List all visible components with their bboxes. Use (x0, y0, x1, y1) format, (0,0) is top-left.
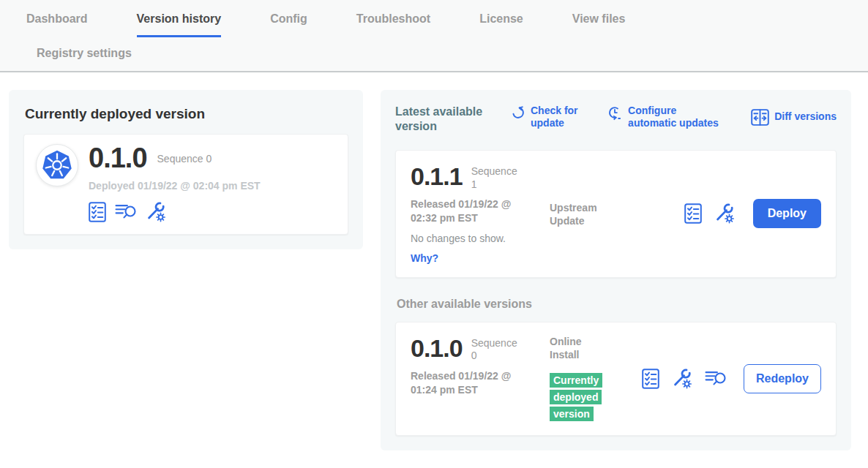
deployed-version-card: 0.1.0 Sequence 0 Deployed 01/19/22 @ 02:… (23, 134, 348, 235)
latest-version-info: 0.1.1 Sequence 1 Released 01/19/22 @ 02:… (411, 163, 550, 265)
header-actions: Check for update Configure automatic upd… (492, 105, 837, 129)
diff-versions-link[interactable]: Diff versions (751, 105, 837, 129)
tab-config[interactable]: Config (270, 12, 307, 37)
secondary-tab-bar: Registry settings (0, 37, 868, 71)
preflight-checklist-icon[interactable] (642, 369, 659, 389)
check-for-update-label: Check for update (531, 105, 583, 129)
tab-view-files[interactable]: View files (572, 12, 626, 37)
version-row: 0.1.0 Sequence 0 (411, 335, 550, 363)
release-notes-icon[interactable] (705, 369, 727, 388)
configure-automatic-updates-link[interactable]: Configure automatic updates (607, 105, 727, 129)
deployed-version-info: 0.1.0 Sequence 0 Deployed 01/19/22 @ 02:… (89, 144, 261, 222)
config-icon[interactable] (672, 369, 692, 389)
available-versions-header: Latest available version Check for updat… (395, 105, 837, 134)
sequence-label: Sequence 0 (157, 153, 212, 165)
version-action-icons (89, 202, 261, 222)
why-link[interactable]: Why? (411, 252, 438, 264)
currently-deployed-badge: Currently deployed version (550, 373, 602, 421)
version-number: 0.1.0 (89, 144, 147, 173)
version-row: 0.1.1 Sequence 1 (411, 163, 550, 191)
redeploy-button[interactable]: Redeploy (744, 364, 821, 393)
no-changes-text: No changes to show. (411, 233, 550, 244)
version-number: 0.1.0 (411, 335, 463, 363)
latest-version-card: 0.1.1 Sequence 1 Released 01/19/22 @ 02:… (395, 150, 837, 278)
tab-registry-settings[interactable]: Registry settings (37, 47, 132, 59)
config-icon[interactable] (714, 203, 735, 224)
tab-version-history[interactable]: Version history (137, 12, 222, 37)
latest-available-title: Latest available version (395, 105, 492, 134)
tab-dashboard[interactable]: Dashboard (26, 12, 88, 37)
kubernetes-logo-icon (40, 148, 74, 182)
currently-deployed-badge-wrap: Currently deployed version (550, 372, 605, 423)
refresh-icon (511, 105, 525, 120)
app-nav: Dashboard Version history Config Trouble… (0, 0, 868, 72)
released-timestamp: Released 01/19/22 @ 01:24 pm EST (411, 369, 536, 397)
diff-icon (751, 109, 769, 126)
configure-automatic-updates-label: Configure automatic updates (628, 105, 727, 129)
released-timestamp: Released 01/19/22 @ 02:32 pm EST (411, 197, 536, 225)
other-version-info: 0.1.0 Sequence 0 Released 01/19/22 @ 01:… (411, 335, 550, 404)
version-row: 0.1.0 Sequence 0 (89, 144, 261, 173)
app-avatar (36, 144, 78, 186)
version-number: 0.1.1 (411, 163, 463, 191)
tab-troubleshoot[interactable]: Troubleshoot (356, 12, 430, 37)
preflight-checklist-icon[interactable] (684, 203, 702, 224)
version-history-page: Currently deployed version (0, 72, 868, 468)
version-actions: Deploy (684, 199, 821, 228)
sequence-label: Sequence 1 (471, 163, 523, 191)
release-notes-icon[interactable] (115, 203, 137, 221)
other-versions-title: Other available versions (397, 298, 835, 311)
available-versions-panel: Latest available version Check for updat… (381, 90, 851, 450)
source-label: Online Install (550, 335, 613, 361)
kots-admin-console: Dashboard Version history Config Trouble… (0, 0, 868, 468)
scheduled-refresh-icon (607, 105, 623, 121)
other-version-card: 0.1.0 Sequence 0 Released 01/19/22 @ 01:… (395, 322, 837, 436)
diff-versions-label: Diff versions (774, 110, 837, 123)
source-label: Upstream Update (550, 201, 613, 227)
version-source: Upstream Update (550, 201, 635, 227)
current-version-title: Currently deployed version (25, 106, 347, 122)
config-icon[interactable] (146, 202, 166, 222)
current-version-panel: Currently deployed version (9, 90, 363, 249)
tab-license[interactable]: License (479, 12, 523, 37)
version-source: Online Install Currently deployed versio… (550, 335, 635, 423)
deploy-button[interactable]: Deploy (753, 199, 821, 228)
primary-tab-bar: Dashboard Version history Config Trouble… (0, 0, 868, 37)
version-actions: Redeploy (642, 364, 821, 393)
sequence-label: Sequence 0 (471, 335, 523, 363)
deployed-timestamp: Deployed 01/19/22 @ 02:04 pm EST (89, 180, 261, 192)
check-for-update-link[interactable]: Check for update (511, 105, 583, 129)
preflight-checklist-icon[interactable] (89, 202, 106, 222)
